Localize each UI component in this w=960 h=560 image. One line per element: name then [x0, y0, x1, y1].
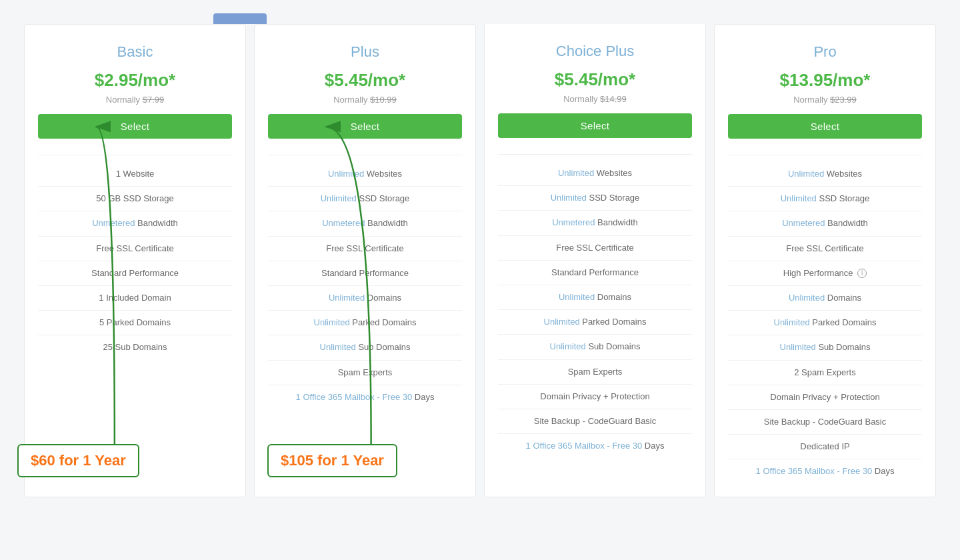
feature-item: Unlimited Domains: [728, 286, 922, 311]
features-list-choice-plus: Unlimited WebsitesUnlimited SSD StorageU…: [498, 154, 692, 458]
feature-item: Spam Experts: [498, 360, 692, 385]
plan-card-pro: Pro$13.95/mo*Normally $23.99SelectUnlimi…: [714, 24, 936, 497]
features-list-pro: Unlimited WebsitesUnlimited SSD StorageU…: [728, 155, 922, 483]
feature-item: 1 Office 365 Mailbox - Free 30 Days: [498, 434, 692, 458]
features-list-plus: Unlimited WebsitesUnlimited SSD StorageU…: [268, 155, 462, 409]
feature-item: Free SSL Certificate: [38, 237, 232, 261]
select-button-pro[interactable]: Select: [728, 114, 922, 139]
plan-card-choice-plus: Choice Plus$5.45/mo*Normally $14.99Selec…: [484, 24, 706, 497]
plan-normal-price-choice-plus: Normally $14.99: [563, 94, 627, 104]
feature-item: Unlimited Sub Domains: [498, 335, 692, 359]
feature-item: Standard Performance: [38, 261, 232, 286]
annotation-basic-price: $60 for 1 Year: [17, 444, 139, 477]
feature-item: Standard Performance: [498, 261, 692, 285]
plan-name-basic: Basic: [117, 43, 153, 61]
info-icon[interactable]: i: [857, 269, 867, 278]
feature-item: Unlimited Parked Domains: [498, 310, 692, 335]
feature-item: Spam Experts: [268, 361, 462, 385]
plan-name-pro: Pro: [813, 43, 836, 61]
features-list-basic: 1 Website50 GB SSD StorageUnmetered Band…: [38, 155, 232, 360]
feature-item: Free SSL Certificate: [268, 237, 462, 261]
plan-price-basic: $2.95/mo*: [95, 70, 175, 91]
feature-item: Free SSL Certificate: [728, 237, 922, 261]
plan-name-choice-plus: Choice Plus: [556, 43, 634, 60]
feature-item: Unlimited SSD Storage: [728, 187, 922, 211]
feature-item: Unmetered Bandwidth: [728, 211, 922, 236]
plan-card-plus: Plus$5.45/mo*Normally $10.99SelectUnlimi…: [254, 24, 476, 497]
feature-item: Domain Privacy + Protection: [728, 385, 922, 410]
recommended-badge: [213, 13, 267, 24]
feature-item: 50 GB SSD Storage: [38, 187, 232, 211]
feature-item: Unlimited Websites: [728, 162, 922, 187]
feature-item: High Performance i: [728, 261, 922, 286]
feature-item: Domain Privacy + Protection: [498, 385, 692, 409]
feature-item: Dedicated IP: [728, 435, 922, 459]
feature-item: Unlimited Websites: [498, 161, 692, 186]
feature-item: Free SSL Certificate: [498, 236, 692, 261]
plan-normal-price-basic: Normally $7.99: [106, 95, 164, 105]
feature-item: Unlimited Sub Domains: [268, 335, 462, 360]
feature-item: Site Backup - CodeGuard Basic: [498, 409, 692, 434]
feature-item: Standard Performance: [268, 261, 462, 286]
plan-price-pro: $13.95/mo*: [780, 70, 871, 91]
select-button-basic[interactable]: Select: [38, 114, 232, 139]
feature-item: Unmetered Bandwidth: [38, 211, 232, 236]
select-button-choice-plus[interactable]: Select: [498, 113, 692, 138]
feature-item: Unlimited Websites: [268, 162, 462, 187]
feature-item: Unlimited Domains: [498, 285, 692, 310]
feature-item: Unlimited Parked Domains: [268, 311, 462, 335]
select-button-plus[interactable]: Select: [268, 114, 462, 139]
plans-row: Basic$2.95/mo*Normally $7.99Select1 Webs…: [20, 24, 940, 497]
feature-item: 1 Office 365 Mailbox - Free 30 Days: [728, 459, 922, 483]
plan-normal-price-pro: Normally $23.99: [793, 95, 857, 105]
plan-price-choice-plus: $5.45/mo*: [555, 69, 635, 90]
feature-item: 1 Website: [38, 162, 232, 187]
feature-item: Unlimited Parked Domains: [728, 311, 922, 335]
feature-item: 5 Parked Domains: [38, 311, 232, 335]
pricing-wrapper: Basic$2.95/mo*Normally $7.99Select1 Webs…: [20, 13, 940, 497]
plan-name-plus: Plus: [351, 43, 379, 61]
feature-item: 2 Spam Experts: [728, 361, 922, 385]
annotation-plus-price: $105 for 1 Year: [267, 444, 397, 477]
feature-item: Unlimited Domains: [268, 286, 462, 311]
feature-item: Unlimited SSD Storage: [268, 187, 462, 211]
feature-item: 1 Included Domain: [38, 286, 232, 311]
feature-item: Unmetered Bandwidth: [268, 211, 462, 236]
plan-price-plus: $5.45/mo*: [325, 70, 405, 91]
feature-item: 1 Office 365 Mailbox - Free 30 Days: [268, 385, 462, 409]
feature-item: Unmetered Bandwidth: [498, 211, 692, 235]
feature-item: 25 Sub Domains: [38, 335, 232, 359]
feature-item: Unlimited Sub Domains: [728, 335, 922, 360]
feature-item: Site Backup - CodeGuard Basic: [728, 410, 922, 435]
plan-normal-price-plus: Normally $10.99: [333, 95, 397, 105]
plan-card-basic: Basic$2.95/mo*Normally $7.99Select1 Webs…: [24, 24, 246, 497]
feature-item: Unlimited SSD Storage: [498, 186, 692, 211]
